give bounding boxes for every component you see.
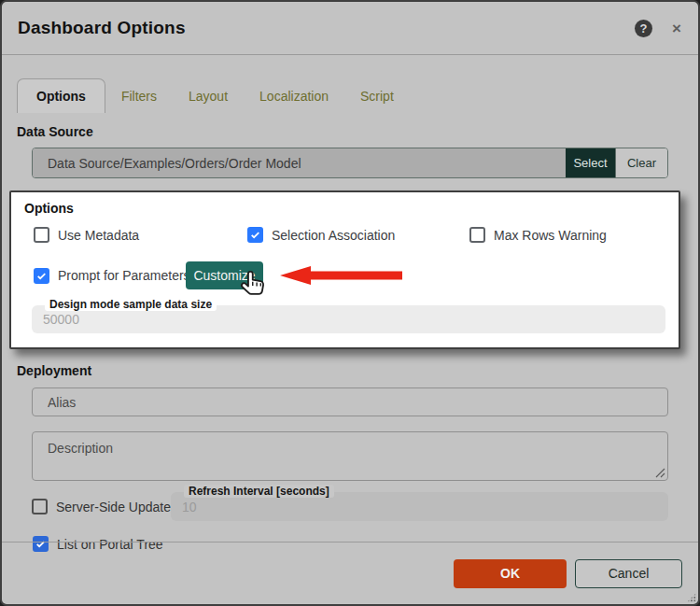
use-metadata-checkbox[interactable] xyxy=(34,227,49,243)
design-sample-size-label: Design mode sample data size xyxy=(45,298,217,311)
check-icon xyxy=(249,228,261,242)
cancel-button[interactable]: Cancel xyxy=(575,559,682,588)
tab-options[interactable]: Options xyxy=(17,78,105,113)
data-source-value: Data Source/Examples/Orders/Order Model xyxy=(33,148,566,177)
tab-bar: Options Filters Layout Localization Scri… xyxy=(17,78,683,113)
dialog-title: Dashboard Options xyxy=(18,18,635,38)
prompt-parameters-row: Prompt for Parameters Customize xyxy=(34,261,665,289)
tab-layout[interactable]: Layout xyxy=(173,78,244,113)
server-side-update-checkbox[interactable] xyxy=(32,499,48,514)
prompt-for-parameters-checkbox[interactable] xyxy=(34,268,49,284)
close-icon[interactable]: × xyxy=(672,21,681,36)
options-checkbox-row: Use Metadata Selection Association Max R… xyxy=(34,227,665,243)
deployment-label: Deployment xyxy=(17,363,683,378)
use-metadata-label: Use Metadata xyxy=(58,228,139,243)
tab-script[interactable]: Script xyxy=(344,78,410,113)
options-highlight-callout: Options Use Metadata Selection Associati… xyxy=(9,190,680,349)
selection-association-checkbox[interactable] xyxy=(247,227,263,243)
max-rows-warning-checkbox[interactable] xyxy=(469,227,485,243)
customize-button[interactable]: Customize xyxy=(186,261,263,289)
tab-localization[interactable]: Localization xyxy=(244,78,344,113)
checkbox-max-rows-warning[interactable]: Max Rows Warning xyxy=(469,227,607,243)
tab-filters[interactable]: Filters xyxy=(105,78,173,113)
checkbox-server-side-update[interactable]: Server-Side Update xyxy=(32,499,171,514)
design-sample-size-field: Design mode sample data size 50000 xyxy=(32,305,665,333)
select-button[interactable]: Select xyxy=(566,148,615,177)
help-icon[interactable]: ? xyxy=(635,20,652,37)
textarea-resize-handle-icon[interactable] xyxy=(655,468,665,478)
server-side-update-label: Server-Side Update xyxy=(56,500,171,514)
description-input[interactable] xyxy=(32,431,668,481)
dialog-header: Dashboard Options ? × xyxy=(2,2,698,55)
checkbox-selection-association[interactable]: Selection Association xyxy=(247,227,469,243)
max-rows-warning-label: Max Rows Warning xyxy=(494,228,607,243)
red-arrow-annotation xyxy=(279,265,403,286)
dialog-footer: OK Cancel xyxy=(2,542,698,604)
clear-button[interactable]: Clear xyxy=(615,148,667,177)
selection-association-label: Selection Association xyxy=(272,228,395,243)
refresh-interval-field: Refresh Interval [seconds] 10 xyxy=(171,492,668,521)
checkbox-prompt-for-parameters[interactable]: Prompt for Parameters xyxy=(34,268,186,284)
alias-field-wrap xyxy=(32,388,668,416)
data-source-label: Data Source xyxy=(17,124,683,139)
check-icon xyxy=(35,269,48,283)
dashboard-options-dialog: Dashboard Options ? × Options Filters La… xyxy=(0,0,700,606)
checkbox-use-metadata[interactable]: Use Metadata xyxy=(34,227,247,243)
options-section-label: Options xyxy=(24,201,665,216)
server-side-update-row: Server-Side Update Refresh Interval [sec… xyxy=(32,492,668,521)
refresh-interval-label: Refresh Interval [seconds] xyxy=(184,485,334,498)
dialog-body: Options Filters Layout Localization Scri… xyxy=(2,78,698,552)
data-source-field-group: Data Source/Examples/Orders/Order Model … xyxy=(32,148,668,178)
alias-input[interactable] xyxy=(32,388,668,416)
description-field-wrap xyxy=(32,431,668,481)
prompt-for-parameters-label: Prompt for Parameters xyxy=(58,268,190,283)
ok-button[interactable]: OK xyxy=(454,559,567,588)
